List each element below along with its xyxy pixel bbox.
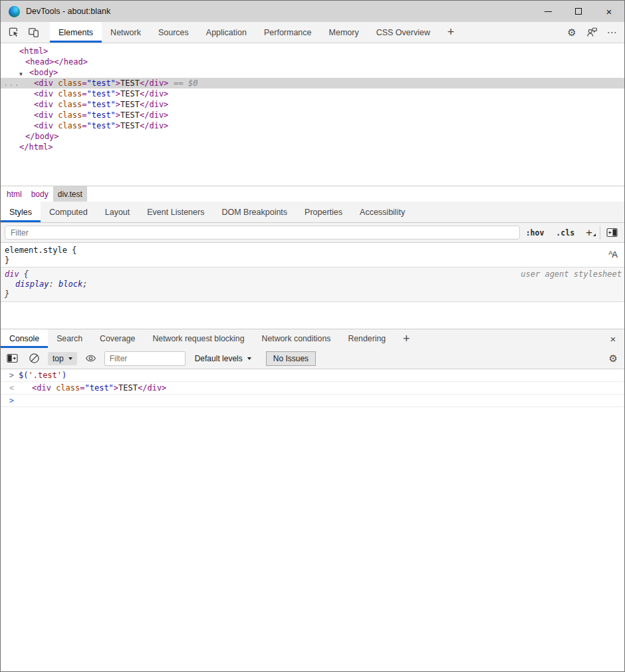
create-live-expression-button[interactable] [85,353,96,364]
tab-accessibility[interactable]: Accessibility [351,202,414,222]
styles-empty-area [1,302,624,329]
tab-styles[interactable]: Styles [1,202,41,222]
window-title: DevTools - about:blank [26,7,110,16]
dom-tree-row[interactable]: <html> [1,46,624,57]
settings-button[interactable]: ⚙ [562,22,582,43]
drawer-tab-coverage[interactable]: Coverage [91,329,144,348]
show-console-sidebar-button[interactable] [7,353,18,363]
log-levels-select[interactable]: Default levels [195,354,251,363]
console-filter-input[interactable] [104,351,186,366]
plus-icon: + [586,226,592,239]
clear-icon [29,353,40,364]
tab-sources[interactable]: Sources [150,22,197,43]
toolbar-divider [600,226,600,240]
dom-tree-row[interactable]: ...<div class="test">TEST</div>== $0 [1,78,624,88]
drawer-tab-network-request-blocking[interactable]: Network request blocking [144,329,253,348]
issues-counter-button[interactable]: No Issues [266,351,316,366]
font-size-toggle-icon[interactable]: AA [608,248,618,260]
window-controls: × [533,1,624,22]
code-token: TEST [118,383,138,393]
styles-sidebar-tabs: StylesComputedLayoutEvent ListenersDOM B… [1,202,624,223]
code-token: </div> [140,121,168,130]
dom-tree-row[interactable]: <div class="test">TEST</div> [1,110,624,120]
code-token: > [116,110,120,120]
dom-tree-row[interactable]: ▼<body> [1,67,624,78]
more-options-button[interactable]: ⋯ [602,22,622,43]
drawer-tab-console[interactable]: Console [1,329,48,348]
javascript-context-select[interactable]: top [48,352,77,365]
toggle-device-toolbar-button[interactable] [23,22,43,43]
close-drawer-button[interactable]: × [602,329,624,348]
new-style-rule-button[interactable]: + [580,226,600,240]
tab-layout[interactable]: Layout [96,202,139,222]
minimize-button[interactable] [533,1,563,22]
drawer-tab-network-conditions[interactable]: Network conditions [253,329,340,348]
element-classes-button[interactable]: .cls [550,228,580,238]
tab-css-overview[interactable]: CSS Overview [368,22,439,43]
breadcrumb-body[interactable]: body [27,186,53,202]
dom-tree-row[interactable]: </html> [1,142,624,152]
styles-tab-strip: StylesComputedLayoutEvent ListenersDOM B… [1,202,414,222]
styles-filter-toolbar: :hov .cls + [1,223,624,243]
drawer-tab-search[interactable]: Search [48,329,91,348]
elements-dom-tree[interactable]: <html><head></head>▼<body>...<div class=… [1,43,624,186]
inspect-element-button[interactable] [3,22,23,43]
gear-icon: ⚙ [609,353,618,365]
tab-computed[interactable]: Computed [41,202,96,222]
levels-label: Default levels [195,354,243,363]
maximize-button[interactable] [563,1,594,22]
close-brace: } [5,289,620,299]
tab-dom-breakpoints[interactable]: DOM Breakpoints [213,202,296,222]
dom-tree-row[interactable]: </body> [1,131,624,142]
clear-console-button[interactable] [29,353,40,364]
code-token: </div> [140,100,168,109]
code-token: "test" [86,89,115,98]
close-button[interactable]: × [594,1,624,22]
sidebar-panel-icon [606,228,618,238]
tab-network[interactable]: Network [102,22,150,43]
toggle-element-state-button[interactable]: :hov [520,228,551,238]
console-settings-button[interactable]: ⚙ [609,353,618,365]
device-toolbar-icon [28,27,39,38]
code-token: <html> [19,47,48,56]
toggle-computed-sidebar-button[interactable] [606,228,618,238]
inline-style-selector-line: element.style{ [5,246,620,255]
console-prompt-row[interactable]: > [1,395,624,407]
code-token: <div [34,79,58,88]
feedback-button[interactable] [582,22,602,43]
drawer-tab-rendering[interactable]: Rendering [339,329,394,348]
inspect-cursor-icon [8,27,19,38]
tab-application[interactable]: Application [197,22,255,43]
styles-filter-input[interactable] [5,226,520,240]
code-token: "test" [86,110,115,120]
menu-caret-icon [593,234,596,236]
code-token: <div [34,89,58,98]
minimize-icon [545,11,552,12]
code-token: <div [34,100,58,109]
code-token: > [116,100,120,109]
open-brace: { [24,269,29,279]
dom-tree-row[interactable]: <head></head> [1,57,624,67]
console-input-row[interactable]: >$('.test') [1,369,624,382]
dom-tree-row[interactable]: <div class="test">TEST</div> [1,88,624,99]
code-token: TEST [120,79,140,88]
breadcrumb-html[interactable]: html [2,186,27,202]
tab-performance[interactable]: Performance [255,22,320,43]
tab-event-listeners[interactable]: Event Listeners [138,202,213,222]
breadcrumb-div-test[interactable]: div.test [53,186,87,202]
code-token: <body> [29,68,58,77]
dom-tree-row[interactable]: <div class="test">TEST</div> [1,120,624,131]
tab-properties[interactable]: Properties [296,202,351,222]
add-panel-button[interactable]: + [439,22,463,43]
tab-memory[interactable]: Memory [320,22,368,43]
inline-style-section[interactable]: element.style{ } AA [1,243,624,267]
code-token: "test" [86,100,115,109]
add-drawer-tab-button[interactable]: + [394,329,418,348]
tab-elements[interactable]: Elements [50,22,102,43]
dom-tree-row[interactable]: <div class="test">TEST</div> [1,99,624,110]
code-token: </div> [140,110,168,120]
code-token: class [58,100,82,109]
input-chevron-icon: > [9,371,14,380]
feedback-icon [586,27,598,38]
css-declaration[interactable]: display: block; [5,279,620,289]
